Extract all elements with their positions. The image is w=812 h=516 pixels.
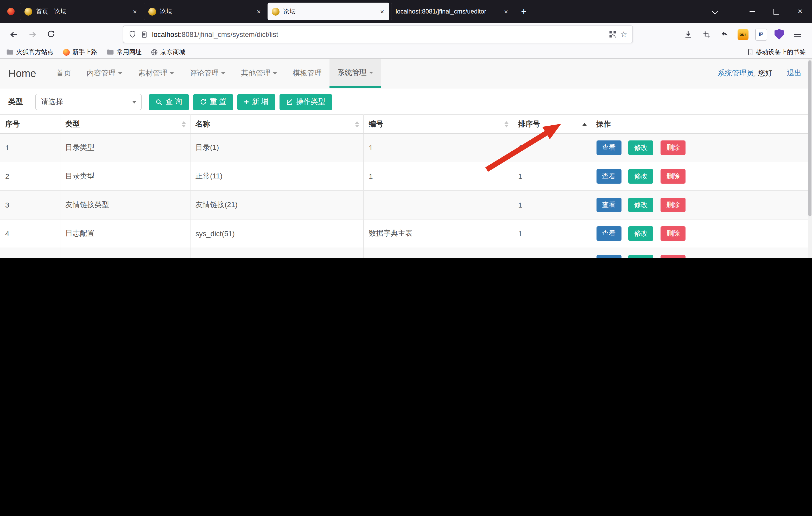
cell-sort: 1 xyxy=(513,248,591,258)
col-code[interactable]: 编号 xyxy=(363,115,513,133)
refresh-icon xyxy=(200,98,207,105)
refresh-icon[interactable] xyxy=(43,26,59,43)
button-label: 操作类型 xyxy=(296,97,325,107)
search-button[interactable]: 查 询 xyxy=(149,94,189,110)
browser-tab-2[interactable]: 论坛 × xyxy=(144,3,266,20)
cell-code: 1 xyxy=(363,133,513,162)
browser-tab-3-active[interactable]: 论坛 × xyxy=(267,3,389,20)
nav-item-template-mgmt[interactable]: 模板管理 xyxy=(285,59,330,88)
logout-link[interactable]: 退出 xyxy=(787,69,802,78)
table-row: 5 系统参数 门头沟信息网(101) 1 1 查看 修改 删除 xyxy=(0,248,812,258)
col-sort[interactable]: 排序号 xyxy=(513,115,591,133)
mobile-bookmarks[interactable]: 移动设备上的书签 xyxy=(748,48,806,56)
type-select[interactable]: 请选择 xyxy=(35,94,142,110)
minimize-button[interactable] xyxy=(740,0,764,23)
shield-icon[interactable] xyxy=(128,30,136,38)
page-info-icon[interactable] xyxy=(141,30,148,38)
col-name[interactable]: 名称 xyxy=(190,115,363,133)
downloads-icon[interactable] xyxy=(680,26,696,43)
firefox-profile-icon[interactable] xyxy=(7,8,14,15)
screenshot-icon[interactable] xyxy=(698,26,715,43)
delete-button[interactable]: 删除 xyxy=(661,169,686,184)
modify-button[interactable]: 修改 xyxy=(629,255,654,258)
privacy-shield-icon[interactable] xyxy=(771,26,787,43)
nav-item-material-mgmt[interactable]: 素材管理 xyxy=(130,59,182,88)
menu-hamburger-icon[interactable] xyxy=(789,26,806,43)
col-label: 操作 xyxy=(596,119,611,128)
tab-close-icon[interactable]: × xyxy=(503,7,509,16)
modify-button[interactable]: 修改 xyxy=(629,141,654,155)
site-favicon xyxy=(148,7,156,16)
forward-icon[interactable] xyxy=(24,26,40,43)
modify-button[interactable]: 修改 xyxy=(629,226,654,241)
history-undo-icon[interactable] xyxy=(716,26,733,43)
sort-icons[interactable] xyxy=(181,121,185,127)
maximize-button[interactable] xyxy=(764,0,788,23)
cell-name: sys_dict(51) xyxy=(190,219,363,248)
bookmark-label: 移动设备上的书签 xyxy=(756,48,806,56)
tab-close-icon[interactable]: × xyxy=(256,7,262,16)
nav-item-other-mgmt[interactable]: 其他管理 xyxy=(233,59,285,88)
bookmark-folder-firefox[interactable]: 火狐官方站点 xyxy=(6,48,54,56)
bookmark-getting-started[interactable]: 新手上路 xyxy=(63,48,97,56)
bookmark-folder-common[interactable]: 常用网址 xyxy=(107,48,142,56)
nav-item-system-mgmt[interactable]: 系统管理 xyxy=(330,59,381,88)
cell-name: 目录(1) xyxy=(190,133,363,162)
nav-item-index[interactable]: 首页 xyxy=(49,59,79,88)
type-label: 类型 xyxy=(8,97,23,107)
site-favicon xyxy=(25,7,32,16)
table-row: 1 目录类型 目录(1) 1 1 查看 修改 删除 xyxy=(0,133,812,162)
delete-button[interactable]: 删除 xyxy=(661,226,686,241)
user-link[interactable]: 系统管理员 xyxy=(717,69,754,78)
new-tab-button[interactable]: + xyxy=(515,3,533,20)
view-button[interactable]: 查看 xyxy=(596,141,621,155)
col-label: 类型 xyxy=(65,119,80,128)
ip-extension-icon[interactable]: IP xyxy=(753,26,769,43)
cell-no: 4 xyxy=(0,219,60,248)
chevron-down-icon xyxy=(132,101,136,103)
reset-button[interactable]: 重 置 xyxy=(193,94,233,110)
view-button[interactable]: 查看 xyxy=(596,255,621,258)
scrollbar-thumb[interactable] xyxy=(808,60,811,216)
col-label: 序号 xyxy=(5,119,20,128)
dict-table-body: 1 目录类型 目录(1) 1 1 查看 修改 删除 2 目录类型 正常(11) … xyxy=(0,133,812,258)
tab-bar: 首页 - 论坛 × 论坛 × 论坛 × localhost:8081/jfina… xyxy=(0,0,812,23)
greeting-text: , 您好 xyxy=(754,69,773,78)
burp-extension-icon[interactable]: bur xyxy=(734,26,751,43)
url-text[interactable]: localhost:8081/jfinal_cms/system/dict/li… xyxy=(152,30,605,38)
delete-button[interactable]: 删除 xyxy=(661,255,686,258)
tab-title: 论坛 xyxy=(160,7,252,16)
col-type[interactable]: 类型 xyxy=(60,115,190,133)
bookmark-star-icon[interactable]: ☆ xyxy=(620,30,627,39)
tab-list-dropdown-icon[interactable] xyxy=(703,0,727,23)
delete-button[interactable]: 删除 xyxy=(661,198,686,212)
sort-icons[interactable] xyxy=(504,121,508,127)
nav-label: 素材管理 xyxy=(138,69,167,78)
tab-close-icon[interactable]: × xyxy=(379,7,385,16)
scrollbar-track[interactable] xyxy=(808,59,812,258)
browser-tab-4[interactable]: localhost:8081/jfinal_cms/ueditor × xyxy=(391,3,513,20)
page-content: Home 首页 内容管理 素材管理 评论管理 其他管理 模板管理 系统管理 系统… xyxy=(0,59,812,258)
operation-type-button[interactable]: 操作类型 xyxy=(280,94,332,110)
qr-grid-icon[interactable] xyxy=(609,31,616,38)
delete-button[interactable]: 删除 xyxy=(661,141,686,155)
url-bar[interactable]: localhost:8081/jfinal_cms/system/dict/li… xyxy=(123,26,633,43)
modify-button[interactable]: 修改 xyxy=(629,198,654,212)
user-area: 系统管理员, 您好 退出 xyxy=(717,59,812,88)
back-icon[interactable] xyxy=(5,26,22,43)
nav-item-content-mgmt[interactable]: 内容管理 xyxy=(79,59,130,88)
view-button[interactable]: 查看 xyxy=(596,198,621,212)
sort-icons[interactable] xyxy=(355,121,359,127)
tab-title: localhost:8081/jfinal_cms/ueditor xyxy=(396,8,499,15)
close-button[interactable]: × xyxy=(788,0,812,23)
sort-asc-icon[interactable] xyxy=(582,123,586,125)
brand-home[interactable]: Home xyxy=(0,59,45,88)
browser-tab-1[interactable]: 首页 - 论坛 × xyxy=(20,3,142,20)
modify-button[interactable]: 修改 xyxy=(629,169,654,184)
view-button[interactable]: 查看 xyxy=(596,169,621,184)
tab-close-icon[interactable]: × xyxy=(132,7,138,16)
nav-item-comment-mgmt[interactable]: 评论管理 xyxy=(182,59,233,88)
bookmark-jd[interactable]: 京东商城 xyxy=(151,48,185,56)
view-button[interactable]: 查看 xyxy=(596,226,621,241)
add-button[interactable]: + 新 增 xyxy=(237,94,276,110)
